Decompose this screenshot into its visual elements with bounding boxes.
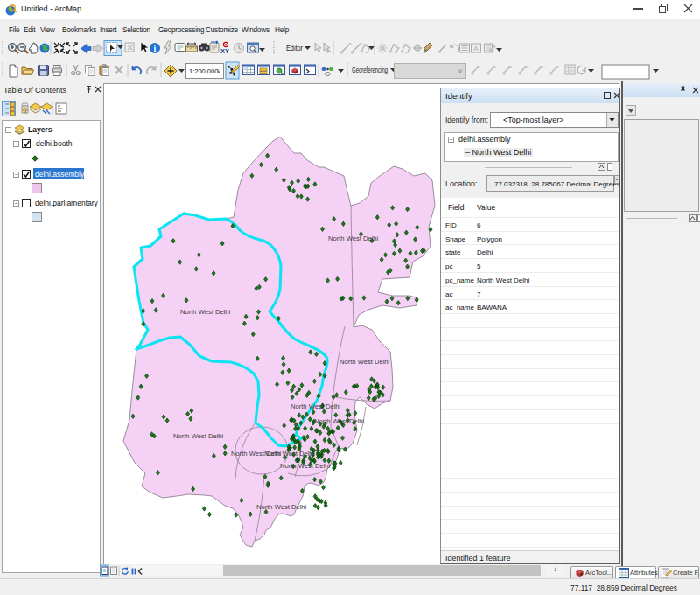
- svg-text:XY: XY: [220, 47, 229, 55]
- svg-text:Georeferencing: Georeferencing: [352, 66, 388, 74]
- svg-text:North West Delhi: North West Delhi: [314, 417, 365, 425]
- svg-text:North West Delhi: North West Delhi: [264, 450, 315, 458]
- svg-text:A: A: [473, 45, 479, 52]
- svg-text:North West Delhi: North West Delhi: [256, 503, 307, 511]
- svg-text:North West Delhi: North West Delhi: [173, 432, 224, 440]
- svg-text:North West Delhi: North West Delhi: [180, 308, 231, 316]
- svg-text:North West Delhi: North West Delhi: [280, 462, 331, 470]
- svg-text:i: i: [154, 44, 157, 53]
- svg-text:A: A: [327, 49, 331, 54]
- svg-text:Editor: Editor: [286, 44, 303, 52]
- svg-text:North West Delhi: North West Delhi: [290, 402, 341, 410]
- svg-text:North West Delhi: North West Delhi: [328, 234, 379, 242]
- svg-text:North West Delhi: North West Delhi: [340, 358, 390, 366]
